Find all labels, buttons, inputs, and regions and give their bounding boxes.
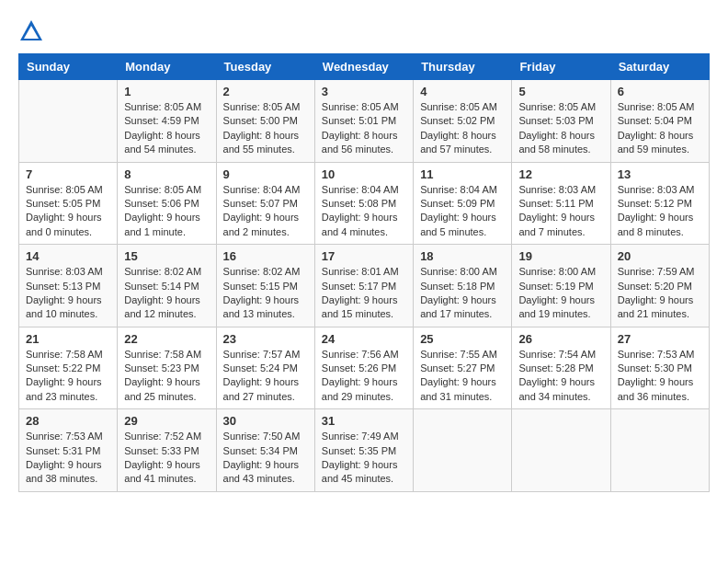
calendar-cell: 10Sunrise: 8:04 AM Sunset: 5:08 PM Dayli… [314,162,413,245]
day-number: 19 [518,249,603,263]
day-info: Sunrise: 8:05 AM Sunset: 4:59 PM Dayligh… [124,100,209,157]
day-number: 6 [618,85,702,98]
calendar-cell: 12Sunrise: 8:03 AM Sunset: 5:11 PM Dayli… [512,162,610,245]
day-number: 30 [223,414,308,428]
day-number: 20 [618,249,702,263]
calendar-cell [610,409,709,492]
day-info: Sunrise: 8:01 AM Sunset: 5:17 PM Dayligh… [322,265,406,322]
day-number: 29 [124,414,209,428]
header-cell-wednesday: Wednesday [314,54,413,80]
day-info: Sunrise: 8:00 AM Sunset: 5:18 PM Dayligh… [420,265,505,322]
day-info: Sunrise: 8:05 AM Sunset: 5:05 PM Dayligh… [26,183,110,240]
calendar-cell: 30Sunrise: 7:50 AM Sunset: 5:34 PM Dayli… [216,409,314,492]
calendar-cell: 17Sunrise: 8:01 AM Sunset: 5:17 PM Dayli… [314,245,413,327]
calendar-body: 1Sunrise: 8:05 AM Sunset: 4:59 PM Daylig… [19,80,710,492]
day-info: Sunrise: 7:56 AM Sunset: 5:26 PM Dayligh… [322,348,406,405]
calendar-cell: 14Sunrise: 8:03 AM Sunset: 5:13 PM Dayli… [19,245,118,327]
calendar-cell: 13Sunrise: 8:03 AM Sunset: 5:12 PM Dayli… [610,162,709,245]
calendar-cell: 6Sunrise: 8:05 AM Sunset: 5:04 PM Daylig… [610,80,709,163]
calendar-cell: 21Sunrise: 7:58 AM Sunset: 5:22 PM Dayli… [19,327,118,409]
calendar-cell: 16Sunrise: 8:02 AM Sunset: 5:15 PM Dayli… [216,245,314,327]
header-cell-friday: Friday [512,54,610,80]
calendar-cell: 5Sunrise: 8:05 AM Sunset: 5:03 PM Daylig… [512,80,610,163]
header-cell-monday: Monday [118,54,216,80]
calendar-cell: 22Sunrise: 7:58 AM Sunset: 5:23 PM Dayli… [118,327,216,409]
day-number: 25 [420,332,505,346]
day-info: Sunrise: 7:52 AM Sunset: 5:33 PM Dayligh… [124,430,209,487]
page-header [18,18,710,44]
day-info: Sunrise: 8:00 AM Sunset: 5:19 PM Dayligh… [518,265,603,322]
day-info: Sunrise: 8:04 AM Sunset: 5:07 PM Dayligh… [223,183,308,240]
week-row-1: 1Sunrise: 8:05 AM Sunset: 4:59 PM Daylig… [19,80,710,163]
calendar-cell [512,409,610,492]
calendar-cell: 7Sunrise: 8:05 AM Sunset: 5:05 PM Daylig… [19,162,118,245]
day-number: 11 [420,167,505,181]
day-info: Sunrise: 8:03 AM Sunset: 5:12 PM Dayligh… [618,183,702,240]
day-number: 1 [124,85,209,98]
header-cell-saturday: Saturday [610,54,709,80]
day-number: 16 [223,249,308,263]
day-number: 23 [223,332,308,346]
calendar-cell: 19Sunrise: 8:00 AM Sunset: 5:19 PM Dayli… [512,245,610,327]
calendar-cell [414,409,512,492]
day-number: 31 [322,414,406,428]
calendar-cell: 24Sunrise: 7:56 AM Sunset: 5:26 PM Dayli… [314,327,413,409]
week-row-3: 14Sunrise: 8:03 AM Sunset: 5:13 PM Dayli… [19,245,710,327]
day-number: 14 [26,249,110,263]
day-info: Sunrise: 8:02 AM Sunset: 5:15 PM Dayligh… [223,265,308,322]
day-number: 7 [26,167,110,181]
day-info: Sunrise: 8:05 AM Sunset: 5:04 PM Dayligh… [618,100,702,157]
day-number: 26 [518,332,603,346]
header-cell-thursday: Thursday [414,54,512,80]
logo [18,18,48,44]
day-info: Sunrise: 8:05 AM Sunset: 5:00 PM Dayligh… [223,100,308,157]
day-number: 21 [26,332,110,346]
day-number: 13 [618,167,702,181]
day-info: Sunrise: 8:04 AM Sunset: 5:08 PM Dayligh… [322,183,406,240]
day-number: 9 [223,167,308,181]
day-info: Sunrise: 7:58 AM Sunset: 5:22 PM Dayligh… [26,348,110,405]
calendar-cell: 8Sunrise: 8:05 AM Sunset: 5:06 PM Daylig… [118,162,216,245]
day-number: 18 [420,249,505,263]
day-info: Sunrise: 8:04 AM Sunset: 5:09 PM Dayligh… [420,183,505,240]
day-info: Sunrise: 7:53 AM Sunset: 5:30 PM Dayligh… [618,348,702,405]
week-row-4: 21Sunrise: 7:58 AM Sunset: 5:22 PM Dayli… [19,327,710,409]
calendar-cell: 1Sunrise: 8:05 AM Sunset: 4:59 PM Daylig… [118,80,216,163]
calendar-cell: 11Sunrise: 8:04 AM Sunset: 5:09 PM Dayli… [414,162,512,245]
calendar-cell: 18Sunrise: 8:00 AM Sunset: 5:18 PM Dayli… [414,245,512,327]
day-info: Sunrise: 8:05 AM Sunset: 5:01 PM Dayligh… [322,100,406,157]
calendar-cell: 29Sunrise: 7:52 AM Sunset: 5:33 PM Dayli… [118,409,216,492]
day-number: 3 [322,85,406,98]
day-number: 10 [322,167,406,181]
day-number: 4 [420,85,505,98]
calendar-cell: 23Sunrise: 7:57 AM Sunset: 5:24 PM Dayli… [216,327,314,409]
calendar-cell [19,80,118,163]
calendar-cell: 3Sunrise: 8:05 AM Sunset: 5:01 PM Daylig… [314,80,413,163]
day-info: Sunrise: 7:50 AM Sunset: 5:34 PM Dayligh… [223,430,308,487]
calendar-cell: 15Sunrise: 8:02 AM Sunset: 5:14 PM Dayli… [118,245,216,327]
calendar-cell: 26Sunrise: 7:54 AM Sunset: 5:28 PM Dayli… [512,327,610,409]
calendar-cell: 2Sunrise: 8:05 AM Sunset: 5:00 PM Daylig… [216,80,314,163]
day-info: Sunrise: 7:57 AM Sunset: 5:24 PM Dayligh… [223,348,308,405]
day-info: Sunrise: 7:54 AM Sunset: 5:28 PM Dayligh… [518,348,603,405]
calendar-cell: 28Sunrise: 7:53 AM Sunset: 5:31 PM Dayli… [19,409,118,492]
calendar-table: SundayMondayTuesdayWednesdayThursdayFrid… [18,53,710,492]
day-number: 17 [322,249,406,263]
day-number: 28 [26,414,110,428]
day-info: Sunrise: 7:58 AM Sunset: 5:23 PM Dayligh… [124,348,209,405]
calendar-cell: 20Sunrise: 7:59 AM Sunset: 5:20 PM Dayli… [610,245,709,327]
day-number: 15 [124,249,209,263]
day-info: Sunrise: 8:05 AM Sunset: 5:06 PM Dayligh… [124,183,209,240]
day-number: 12 [518,167,603,181]
day-number: 2 [223,85,308,98]
header-cell-sunday: Sunday [19,54,118,80]
day-info: Sunrise: 8:05 AM Sunset: 5:02 PM Dayligh… [420,100,505,157]
header-cell-tuesday: Tuesday [216,54,314,80]
day-info: Sunrise: 8:05 AM Sunset: 5:03 PM Dayligh… [518,100,603,157]
day-info: Sunrise: 8:02 AM Sunset: 5:14 PM Dayligh… [124,265,209,322]
calendar-cell: 9Sunrise: 8:04 AM Sunset: 5:07 PM Daylig… [216,162,314,245]
logo-icon [18,18,44,44]
day-info: Sunrise: 7:55 AM Sunset: 5:27 PM Dayligh… [420,348,505,405]
day-number: 5 [518,85,603,98]
week-row-2: 7Sunrise: 8:05 AM Sunset: 5:05 PM Daylig… [19,162,710,245]
